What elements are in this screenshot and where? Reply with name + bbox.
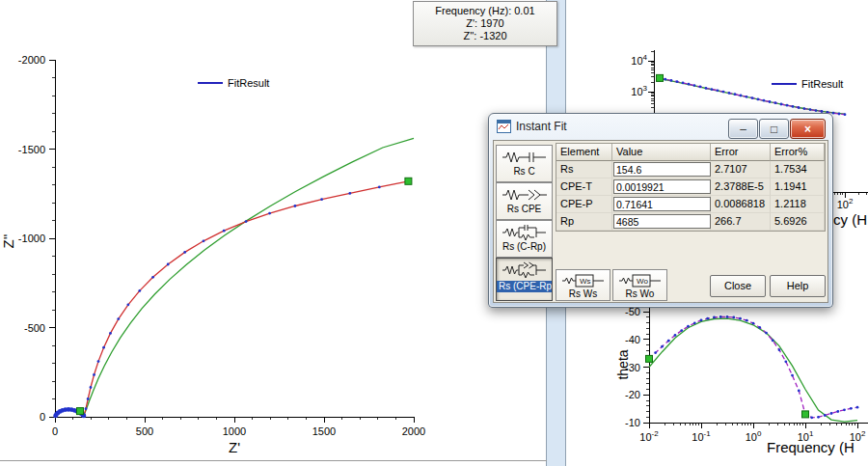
data-point[interactable] bbox=[844, 113, 847, 116]
data-point[interactable] bbox=[320, 198, 323, 201]
data-point[interactable] bbox=[758, 326, 761, 329]
data-point[interactable] bbox=[752, 322, 755, 325]
data-point[interactable] bbox=[85, 407, 88, 410]
range-marker[interactable] bbox=[405, 178, 412, 184]
model-button-rs-wo[interactable]: Wo Rs Wo bbox=[612, 269, 667, 301]
data-point[interactable] bbox=[203, 239, 205, 242]
data-point[interactable] bbox=[245, 220, 248, 223]
data-point[interactable] bbox=[739, 317, 742, 320]
data-point[interactable] bbox=[687, 325, 690, 328]
dialog-titlebar[interactable]: Instant Fit – □ × bbox=[489, 114, 832, 140]
data-point[interactable] bbox=[699, 86, 702, 89]
minimize-button[interactable]: – bbox=[728, 119, 758, 139]
data-point[interactable] bbox=[809, 108, 812, 111]
data-point[interactable] bbox=[674, 334, 677, 337]
data-point[interactable] bbox=[798, 390, 800, 393]
data-point[interactable] bbox=[836, 410, 839, 413]
data-point[interactable] bbox=[778, 348, 781, 351]
data-point[interactable] bbox=[109, 332, 112, 335]
data-point[interactable] bbox=[780, 103, 783, 106]
data-point[interactable] bbox=[765, 332, 768, 335]
data-point[interactable] bbox=[757, 98, 760, 101]
data-point[interactable] bbox=[700, 319, 703, 322]
data-point[interactable] bbox=[138, 289, 141, 292]
maximize-button[interactable]: □ bbox=[759, 119, 789, 139]
data-point[interactable] bbox=[726, 315, 729, 318]
data-point[interactable] bbox=[676, 80, 679, 83]
data-point[interactable] bbox=[740, 95, 743, 97]
data-point[interactable] bbox=[665, 78, 667, 81]
data-point[interactable] bbox=[815, 109, 818, 112]
data-point[interactable] bbox=[734, 93, 737, 96]
value-input-cpe-p[interactable] bbox=[613, 197, 711, 211]
data-point[interactable] bbox=[772, 340, 774, 343]
data-point[interactable] bbox=[378, 186, 381, 189]
data-point[interactable] bbox=[706, 317, 709, 320]
data-point[interactable] bbox=[751, 96, 754, 99]
data-point[interactable] bbox=[717, 89, 719, 92]
data-point[interactable] bbox=[810, 416, 813, 419]
data-point[interactable] bbox=[769, 100, 772, 103]
data-point[interactable] bbox=[654, 351, 657, 354]
data-point[interactable] bbox=[746, 319, 748, 322]
data-point[interactable] bbox=[693, 84, 696, 87]
model-button-rs-c[interactable]: Rs C bbox=[496, 145, 553, 182]
bode-phase-plot[interactable]: -50-40-30-20-1010-210-1100101102thetaFre… bbox=[615, 305, 868, 455]
data-point[interactable] bbox=[719, 315, 722, 318]
value-input-rs[interactable] bbox=[613, 162, 711, 177]
data-point[interactable] bbox=[167, 263, 170, 266]
data-point[interactable] bbox=[798, 106, 800, 109]
data-point[interactable] bbox=[832, 112, 835, 115]
data-point[interactable] bbox=[670, 79, 673, 82]
data-point[interactable] bbox=[682, 82, 685, 85]
data-point[interactable] bbox=[667, 340, 670, 343]
range-marker[interactable] bbox=[77, 408, 84, 415]
data-point[interactable] bbox=[680, 329, 683, 332]
data-point[interactable] bbox=[791, 374, 794, 377]
close-window-button[interactable]: × bbox=[790, 119, 826, 139]
data-point[interactable] bbox=[93, 373, 95, 376]
data-point[interactable] bbox=[87, 397, 90, 400]
data-point[interactable] bbox=[348, 192, 351, 195]
data-point[interactable] bbox=[774, 101, 777, 104]
data-point[interactable] bbox=[102, 346, 105, 349]
data-point[interactable] bbox=[661, 345, 664, 348]
data-point[interactable] bbox=[693, 321, 696, 324]
model-button-rs-cpe-rp[interactable]: Rs (CPE-Rp) bbox=[496, 258, 553, 301]
data-point[interactable] bbox=[97, 360, 100, 363]
data-point[interactable] bbox=[824, 414, 827, 417]
data-point[interactable] bbox=[792, 105, 795, 108]
data-point[interactable] bbox=[746, 96, 748, 98]
data-point[interactable] bbox=[732, 316, 735, 319]
model-button-rs-ws[interactable]: Ws Rs Ws bbox=[556, 269, 610, 301]
data-point[interactable] bbox=[268, 212, 271, 215]
model-button-rs-cpe[interactable]: Rs CPE bbox=[496, 182, 553, 220]
data-point[interactable] bbox=[705, 87, 708, 90]
value-input-cpe-t[interactable] bbox=[613, 179, 711, 194]
data-point[interactable] bbox=[786, 104, 789, 107]
data-point[interactable] bbox=[763, 99, 766, 102]
data-point[interactable] bbox=[151, 276, 154, 279]
range-marker[interactable] bbox=[802, 411, 809, 418]
data-point[interactable] bbox=[838, 113, 841, 116]
data-point[interactable] bbox=[183, 251, 186, 254]
data-point[interactable] bbox=[728, 92, 731, 95]
data-point[interactable] bbox=[843, 408, 846, 411]
data-point[interactable] bbox=[817, 416, 820, 419]
data-point[interactable] bbox=[223, 230, 226, 233]
close-button[interactable]: Close bbox=[710, 275, 766, 297]
help-button[interactable]: Help bbox=[770, 275, 826, 297]
data-point[interactable] bbox=[722, 91, 725, 94]
data-point[interactable] bbox=[117, 317, 120, 320]
data-point[interactable] bbox=[711, 88, 714, 91]
data-point[interactable] bbox=[294, 205, 297, 207]
data-point[interactable] bbox=[850, 407, 853, 410]
data-point[interactable] bbox=[713, 316, 716, 319]
data-point[interactable] bbox=[127, 303, 130, 306]
data-point[interactable] bbox=[784, 360, 787, 363]
range-marker[interactable] bbox=[646, 355, 653, 362]
range-marker[interactable] bbox=[657, 74, 664, 81]
data-point[interactable] bbox=[830, 412, 833, 415]
data-point[interactable] bbox=[803, 107, 806, 110]
nyquist-plot[interactable]: 0500100015002000-2000-1500-1000-5000Z'Z'… bbox=[0, 54, 425, 455]
